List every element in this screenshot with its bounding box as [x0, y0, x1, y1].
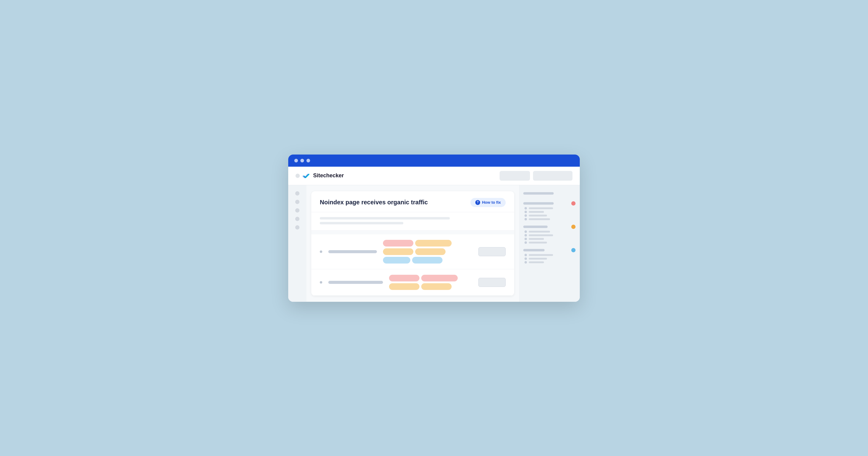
tag-blue-2: [412, 257, 442, 263]
row-dot-1: [320, 251, 322, 253]
nav-bar: Sitechecker: [288, 167, 580, 185]
rs-bar-3a: [523, 226, 548, 228]
rs-indicator-blue: [571, 248, 576, 252]
row-tags-1: [383, 240, 472, 263]
rs-row-2a: [523, 201, 576, 205]
right-sidebar: [519, 185, 580, 302]
rs-row-4a: [523, 248, 576, 252]
rs-dot-6: [525, 234, 527, 236]
row-action-btn-2[interactable]: [478, 278, 506, 287]
rs-dot-4: [525, 218, 527, 220]
tag-orange-2: [383, 248, 413, 255]
rs-bar-2a: [523, 202, 554, 205]
row-tags-2: [389, 275, 472, 290]
sidebar-dot-1: [295, 191, 300, 196]
tag-pink-2: [389, 275, 420, 282]
rs-dot-7: [525, 238, 527, 240]
logo-area: Sitechecker: [296, 171, 344, 180]
rs-dot-1: [525, 207, 527, 209]
row-url-bar-1: [328, 250, 377, 253]
rs-group-4: [523, 248, 576, 263]
tag-orange-1: [415, 240, 452, 247]
row-dot-2: [320, 281, 322, 284]
rs-bar-1a: [523, 192, 554, 195]
rs-dot-3: [525, 214, 527, 217]
rs-dot-2: [525, 211, 527, 213]
tag-pink-3: [421, 275, 458, 282]
rs-dot-10: [525, 257, 527, 260]
tag-orange-3: [415, 248, 445, 255]
logo-icon: [302, 171, 311, 180]
content-card: Noindex page receives organic traffic ? …: [311, 191, 514, 296]
rs-dot-11: [525, 261, 527, 263]
table-row: [311, 234, 514, 269]
rs-bar-4a: [523, 249, 545, 251]
nav-btn-2[interactable]: [533, 171, 572, 181]
center-panel: Noindex page receives organic traffic ? …: [306, 185, 519, 302]
nav-btn-1[interactable]: [500, 171, 530, 181]
tag-pink-1: [383, 240, 413, 247]
tag-blue-1: [383, 257, 410, 263]
logo-text: Sitechecker: [313, 172, 344, 179]
sidebar-dot-3: [295, 208, 300, 213]
how-to-fix-label: How to fix: [482, 200, 501, 205]
tag-orange-5: [421, 283, 452, 290]
row-action-btn-1[interactable]: [478, 247, 506, 256]
rs-indicator-orange: [571, 225, 576, 229]
sidebar-dot-2: [295, 200, 300, 204]
question-icon: ?: [475, 200, 480, 205]
rs-group-3: [523, 225, 576, 244]
window-dot-2: [300, 159, 304, 162]
desc-line-1: [320, 217, 450, 220]
row-url-bar-2: [328, 281, 383, 284]
desc-line-2: [320, 222, 403, 224]
nav-circle: [296, 174, 300, 178]
left-sidebar: [288, 185, 306, 302]
browser-titlebar: [288, 155, 580, 167]
rs-row-3a: [523, 225, 576, 229]
main-layout: Noindex page receives organic traffic ? …: [288, 185, 580, 302]
table-row-2: [311, 269, 514, 296]
rs-indicator-red: [571, 201, 576, 205]
issue-title: Noindex page receives organic traffic: [320, 199, 428, 206]
sidebar-dot-5: [295, 225, 300, 230]
rs-group-1: [523, 191, 576, 197]
nav-buttons: [500, 171, 572, 181]
rs-group-2: [523, 201, 576, 220]
tag-orange-4: [389, 283, 420, 290]
window-dot-1: [294, 159, 298, 162]
rs-row-1a: [523, 191, 576, 196]
browser-window: Sitechecker Noindex page receives organi…: [288, 155, 580, 302]
how-to-fix-button[interactable]: ? How to fix: [470, 198, 506, 207]
window-dot-3: [306, 159, 310, 162]
rs-dot-5: [525, 230, 527, 233]
rs-dot-8: [525, 241, 527, 244]
rs-dot-9: [525, 254, 527, 256]
description-area: [311, 212, 514, 231]
sidebar-dot-4: [295, 217, 300, 221]
separator: [311, 231, 514, 234]
issue-header: Noindex page receives organic traffic ? …: [311, 191, 514, 212]
